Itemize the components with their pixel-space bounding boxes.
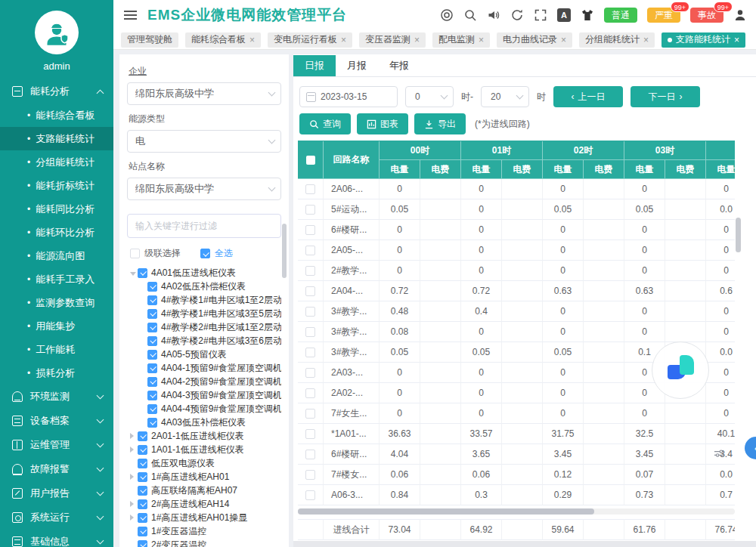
sidebar-submenu-item[interactable]: • 能耗手工录入 (0, 267, 113, 291)
checkbox-checked-icon[interactable] (147, 336, 157, 346)
row-select-cell[interactable] (298, 363, 324, 383)
sidebar-submenu-item[interactable]: • 用能集抄 (0, 314, 113, 338)
row-select-cell[interactable] (298, 322, 324, 342)
row-select-cell[interactable] (298, 240, 324, 261)
tree-node[interactable]: 1A01-1低压进线柜仪表 (127, 443, 281, 456)
tree-node[interactable]: 4A03低压补偿柜仪表 (127, 416, 281, 429)
date-picker[interactable]: 2023-03-15 (299, 86, 398, 107)
query-button[interactable]: 查询 (299, 113, 351, 134)
select-all-cell[interactable] (298, 141, 324, 179)
tree-node[interactable]: 高压联络隔离柜AH07 (127, 484, 281, 497)
prev-day-button[interactable]: ‹ 上一日 (553, 86, 623, 107)
sidebar-group-item[interactable]: 运维管理 (0, 433, 113, 457)
fullscreen-icon[interactable] (534, 8, 547, 22)
checkbox-checked-icon[interactable] (138, 459, 147, 468)
row-select-cell[interactable] (298, 179, 324, 199)
row-select-cell[interactable] (298, 424, 324, 444)
theme-shirt-icon[interactable] (581, 8, 594, 22)
checkbox-checked-icon[interactable] (147, 391, 157, 400)
sidebar-submenu-item[interactable]: • 能耗同比分析 (0, 197, 113, 221)
tree-node[interactable]: 2#变压器温控 (127, 538, 281, 547)
scrollbar-thumb[interactable] (298, 508, 594, 515)
close-icon[interactable]: × (414, 35, 420, 45)
chart-button[interactable]: 图表 (357, 113, 408, 134)
user-icon[interactable] (733, 8, 747, 22)
search-icon[interactable] (463, 8, 477, 22)
row-select-cell[interactable] (298, 465, 324, 485)
workspace-tab[interactable]: 管理驾驶舱 × (121, 32, 178, 48)
row-select-cell[interactable] (298, 485, 324, 505)
report-tab[interactable]: 年报 (378, 55, 420, 76)
sidebar-group-item[interactable]: 基础信息 (0, 530, 113, 547)
tree-filter-input[interactable] (127, 214, 281, 238)
checkbox-checked-icon[interactable] (147, 377, 157, 387)
workspace-tab[interactable]: 变压器监测 × (359, 32, 426, 48)
checkbox-checked-icon[interactable] (147, 282, 157, 292)
row-select-cell[interactable] (298, 199, 324, 220)
close-icon[interactable]: × (479, 35, 484, 45)
tree-node[interactable]: 4A01低压进线柜仪表 (127, 266, 281, 280)
collapse-panel-button[interactable]: ‹ (745, 437, 756, 459)
sidebar-submenu-item[interactable]: • 能耗环比分析 (0, 221, 113, 244)
checkbox-checked-icon[interactable] (138, 472, 147, 482)
workspace-tab[interactable]: 支路能耗统计 × (662, 32, 745, 48)
avatar[interactable] (35, 11, 79, 54)
checkbox-checked-icon[interactable] (147, 350, 157, 360)
close-icon[interactable]: × (561, 35, 566, 45)
checkbox-checked-icon[interactable] (138, 486, 147, 496)
tree-node[interactable]: 4A04-3预留9#食堂屋顶空调机组仪表 (127, 388, 281, 402)
export-button[interactable]: 导出 (414, 113, 466, 134)
status-badge-normal[interactable]: 普通 (604, 8, 637, 23)
sidebar-submenu-item[interactable]: • 分组能耗统计 (0, 150, 113, 174)
sidebar-submenu-item[interactable]: • 能源流向图 (0, 244, 113, 267)
workspace-tab[interactable]: 配电监测 × (432, 32, 490, 48)
row-select-cell[interactable] (298, 383, 324, 403)
sidebar-submenu-item[interactable]: • 能耗折标统计 (0, 174, 113, 197)
sidebar-group-item[interactable]: 用户报告 (0, 481, 113, 505)
row-select-cell[interactable] (298, 342, 324, 363)
checkbox-checked-icon[interactable] (138, 268, 147, 278)
workspace-tab[interactable]: 能耗综合看板 × (185, 32, 261, 48)
status-badge-severe[interactable]: 严重99+ (647, 8, 680, 23)
energy-type-select[interactable]: 电 (127, 130, 281, 153)
tree-node[interactable]: 4A04-2预留9#食堂屋顶空调机组仪表 (127, 375, 281, 388)
site-select[interactable]: 绵阳东辰高级中学 (127, 178, 281, 200)
expander-icon[interactable] (130, 447, 138, 453)
checkbox-checked-icon[interactable] (138, 431, 147, 441)
bottom-scrollbar-track[interactable] (293, 541, 756, 547)
select-all-checkbox[interactable]: 全选 (200, 247, 233, 260)
tree-node[interactable]: 4#教学楼2#电井区域1至2层动力仪表 (127, 320, 281, 334)
row-select-cell[interactable] (298, 301, 324, 322)
tree-node[interactable]: 1#变压器温控 (127, 524, 281, 538)
checkbox-checked-icon[interactable] (138, 540, 147, 547)
sidebar-group-energy-analysis[interactable]: 能耗分析 (0, 79, 113, 104)
close-icon[interactable]: × (734, 35, 739, 45)
cascade-checkbox[interactable]: 级联选择 (130, 247, 181, 260)
tree-node[interactable]: 2#高压进线柜AH14 (127, 497, 281, 511)
checkbox-checked-icon[interactable] (138, 445, 147, 455)
row-select-cell[interactable] (298, 444, 324, 465)
checkbox-checked-icon[interactable] (147, 309, 157, 319)
checkbox-checked-icon[interactable] (138, 527, 147, 536)
close-icon[interactable]: × (341, 35, 346, 45)
workspace-tab[interactable]: 电力曲线记录 × (497, 32, 572, 48)
sidebar-group-item[interactable]: 故障报警 (0, 457, 113, 481)
sidebar-group-item[interactable]: 环境监测 (0, 385, 113, 409)
row-select-cell[interactable] (298, 261, 324, 281)
volume-icon[interactable] (487, 8, 500, 22)
expander-icon[interactable] (130, 474, 138, 480)
sidebar-submenu-item[interactable]: • 支路能耗统计 (0, 127, 113, 150)
tree-node[interactable]: 4#教学楼1#电井区域1至2层动力仪表 (127, 293, 281, 307)
expander-icon[interactable] (130, 501, 138, 507)
target-icon[interactable] (440, 8, 454, 22)
checkbox-checked-icon[interactable] (147, 295, 157, 305)
sidebar-group-item[interactable]: 设备档案 (0, 409, 113, 433)
tree-node[interactable]: 4#教学楼1#电井区域3至5层动力仪表 (127, 307, 281, 320)
menu-toggle-icon[interactable] (124, 11, 137, 20)
checkbox-checked-icon[interactable] (138, 513, 147, 523)
tree-node[interactable]: 1#高压进线柜AH01 (127, 470, 281, 484)
report-tab[interactable]: 日报 (293, 55, 336, 76)
company-select[interactable]: 绵阳东辰高级中学 (127, 82, 281, 105)
tree-node[interactable]: 4A04-1预留9#食堂屋顶空调机组仪表 (127, 361, 281, 375)
tree-node[interactable]: 4A02低压补偿柜仪表 (127, 280, 281, 293)
